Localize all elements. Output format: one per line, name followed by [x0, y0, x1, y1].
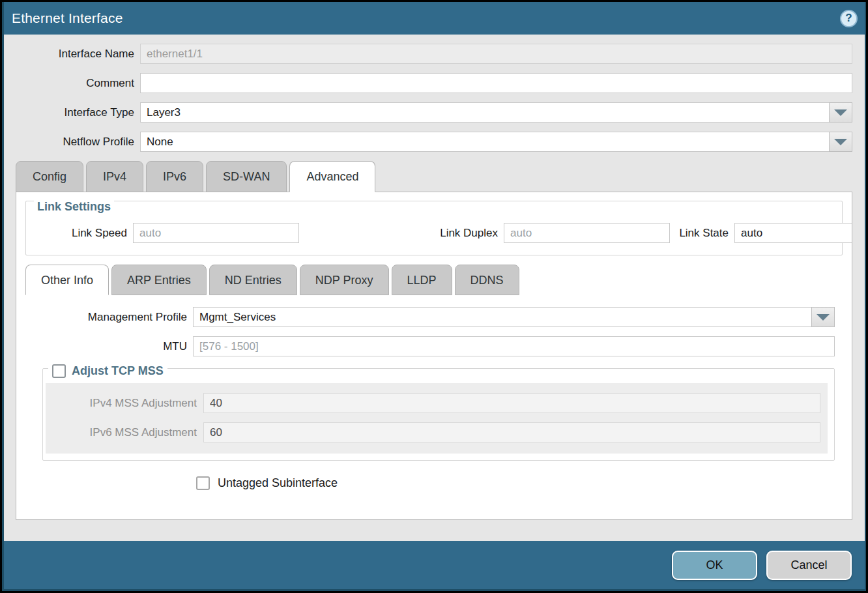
dialog-title: Ethernet Interface	[12, 10, 123, 26]
link-settings-legend: Link Settings	[34, 200, 114, 214]
dialog-footer: OK Cancel	[4, 541, 865, 589]
ipv4-mss-label: IPv4 MSS Adjustment	[46, 397, 197, 410]
link-duplex-group: Link Duplex	[403, 223, 670, 243]
link-state-dropdown[interactable]: auto	[734, 223, 852, 243]
interface-name-row: Interface Name	[4, 44, 852, 64]
tab-advanced[interactable]: Advanced	[289, 161, 375, 192]
untagged-subinterface-row: Untagged Subinterface	[196, 476, 852, 490]
link-settings-row: Link Speed Link Duplex Link State auto	[26, 214, 842, 255]
ipv6-mss-field	[203, 422, 820, 442]
subtab-nd-entries[interactable]: ND Entries	[209, 265, 297, 295]
interface-type-label: Interface Type	[4, 106, 134, 119]
management-profile-dropdown-button[interactable]	[811, 307, 835, 327]
netflow-profile-row: Netflow Profile None	[4, 132, 852, 152]
link-speed-field[interactable]	[133, 223, 299, 243]
link-speed-label: Link Speed	[26, 227, 127, 240]
subtab-ddns[interactable]: DDNS	[455, 265, 519, 295]
adjust-tcp-mss-legend: Adjust TCP MSS	[48, 364, 167, 378]
link-speed-group: Link Speed	[26, 223, 299, 243]
ipv4-mss-row: IPv4 MSS Adjustment	[46, 393, 828, 413]
titlebar: Ethernet Interface ?	[4, 2, 865, 35]
adjust-tcp-mss-label: Adjust TCP MSS	[72, 364, 164, 378]
interface-type-dropdown[interactable]: Layer3	[140, 102, 852, 123]
dialog-body: Interface Name Comment Interface Type La…	[4, 35, 865, 541]
adjust-tcp-mss-checkbox[interactable]	[52, 364, 66, 378]
subtab-lldp[interactable]: LLDP	[392, 265, 452, 295]
ipv6-mss-row: IPv6 MSS Adjustment	[46, 422, 828, 442]
management-profile-dropdown[interactable]: Mgmt_Services	[193, 307, 835, 327]
netflow-profile-label: Netflow Profile	[4, 136, 134, 149]
interface-name-label: Interface Name	[4, 48, 134, 61]
chevron-down-icon	[834, 109, 847, 116]
management-profile-value[interactable]: Mgmt_Services	[193, 307, 812, 327]
management-profile-label: Management Profile	[16, 311, 187, 324]
chevron-down-icon	[834, 139, 847, 145]
untagged-subinterface-checkbox[interactable]	[196, 476, 210, 490]
other-info-panel: Management Profile Mgmt_Services MTU	[16, 295, 852, 490]
main-tabstrip: Config IPv4 IPv6 SD-WAN Advanced	[4, 161, 865, 192]
dialog-frame: Ethernet Interface ? Interface Name Comm…	[2, 2, 866, 591]
netflow-profile-dropdown-button[interactable]	[829, 132, 852, 152]
comment-row: Comment	[4, 73, 852, 93]
tab-ipv4[interactable]: IPv4	[86, 161, 143, 192]
adjust-tcp-mss-fieldset: Adjust TCP MSS IPv4 MSS Adjustment IPv6 …	[42, 368, 835, 461]
interface-type-row: Interface Type Layer3	[4, 102, 852, 123]
netflow-profile-dropdown[interactable]: None	[140, 132, 852, 152]
link-state-group: Link State auto	[670, 223, 852, 243]
tab-ipv6[interactable]: IPv6	[146, 161, 203, 192]
interface-name-field	[140, 44, 852, 64]
chevron-down-icon	[817, 314, 830, 321]
interface-type-dropdown-button[interactable]	[829, 102, 852, 123]
mtu-row: MTU	[16, 336, 852, 356]
comment-label: Comment	[4, 77, 134, 90]
link-settings-fieldset: Link Settings Link Speed Link Duplex Lin…	[25, 201, 843, 255]
comment-field[interactable]	[140, 73, 852, 93]
mss-disabled-area: IPv4 MSS Adjustment IPv6 MSS Adjustment	[46, 383, 828, 454]
link-state-label: Link State	[670, 227, 729, 240]
advanced-tab-panel: Link Settings Link Speed Link Duplex Lin…	[16, 192, 852, 520]
sub-tabstrip: Other Info ARP Entries ND Entries NDP Pr…	[16, 265, 852, 295]
ethernet-interface-dialog: Ethernet Interface ? Interface Name Comm…	[0, 0, 868, 593]
mtu-label: MTU	[16, 340, 187, 353]
cancel-button[interactable]: Cancel	[766, 551, 852, 580]
link-state-value[interactable]: auto	[734, 223, 852, 243]
ok-button[interactable]: OK	[672, 551, 757, 580]
help-icon[interactable]: ?	[840, 10, 858, 27]
ipv4-mss-field	[203, 393, 820, 413]
untagged-subinterface-label: Untagged Subinterface	[218, 476, 338, 490]
link-duplex-field[interactable]	[504, 223, 670, 243]
ipv6-mss-label: IPv6 MSS Adjustment	[46, 426, 197, 439]
subtab-ndp-proxy[interactable]: NDP Proxy	[300, 265, 389, 295]
management-profile-row: Management Profile Mgmt_Services	[16, 307, 852, 327]
subtab-arp-entries[interactable]: ARP Entries	[111, 265, 207, 295]
interface-type-value[interactable]: Layer3	[140, 102, 830, 123]
link-duplex-label: Link Duplex	[403, 227, 498, 240]
tab-config[interactable]: Config	[16, 161, 83, 192]
netflow-profile-value[interactable]: None	[140, 132, 830, 152]
subtab-other-info[interactable]: Other Info	[25, 265, 109, 295]
mtu-field[interactable]	[193, 336, 835, 356]
top-form: Interface Name Comment Interface Type La…	[4, 35, 865, 161]
tab-sd-wan[interactable]: SD-WAN	[206, 161, 287, 192]
